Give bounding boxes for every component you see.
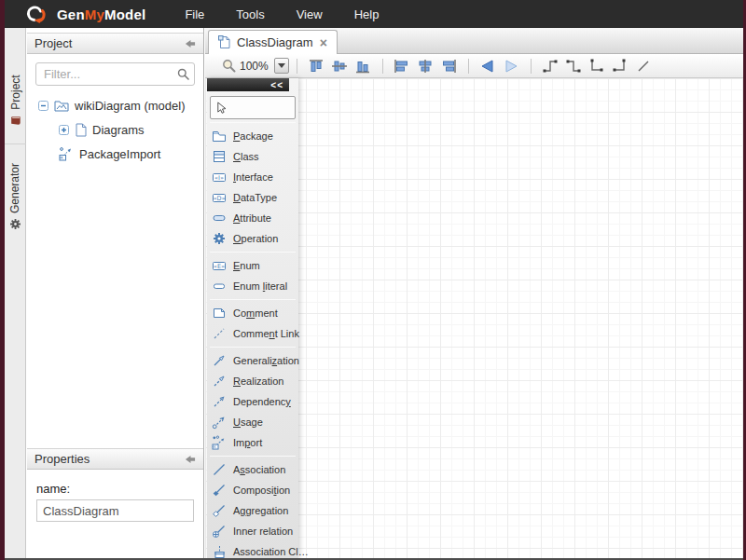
window-frame-left <box>0 0 5 560</box>
tab-title: ClassDiagram <box>237 35 313 49</box>
edge-style-corner-bl-button[interactable] <box>586 56 609 76</box>
cloud-logo-icon <box>26 6 50 23</box>
palette-collapse-button[interactable]: << <box>270 80 283 90</box>
dock-arrow-icon[interactable] <box>185 39 196 48</box>
palette-separator <box>210 252 296 253</box>
edge-style-step-down-button[interactable] <box>562 56 586 76</box>
palette-item-comment-link[interactable]: Comment Link <box>207 323 298 344</box>
filter-box <box>35 62 195 86</box>
palette-item-label: Comment <box>233 307 278 319</box>
palette-item-label: Comment Link <box>233 328 299 339</box>
app-header: GenMyModel File Tools View Help <box>0 0 746 28</box>
tree-row-packageimport[interactable]: PackageImport <box>27 142 203 166</box>
align-center-icon <box>416 58 435 75</box>
sidebar-tab-project[interactable]: Project <box>5 58 26 143</box>
palette-separator <box>210 347 296 348</box>
filter-input[interactable] <box>35 62 195 86</box>
align-left-icon <box>393 58 411 75</box>
edge-style-step-up-button[interactable] <box>539 56 562 76</box>
palette-item-association[interactable]: Association <box>207 459 298 480</box>
palette-item-realization[interactable]: Realization <box>207 371 298 391</box>
dock-arrow-icon[interactable] <box>185 455 196 464</box>
expand-expander-icon[interactable] <box>59 125 69 135</box>
edge-straight-icon <box>635 58 652 75</box>
palette-item-comment[interactable]: Comment <box>207 303 298 323</box>
edge-step-down-icon <box>565 58 582 75</box>
palette-item-usage[interactable]: Usage <box>207 412 298 432</box>
sidebar-tab-generator[interactable]: Generator <box>5 143 26 248</box>
palette-header: << <box>207 78 289 91</box>
palette-item-label: Association Cl… <box>233 546 309 557</box>
editor-area: ClassDiagram × 100% <box>205 28 743 558</box>
app-title: GenMyModel <box>57 7 145 22</box>
palette-item-class[interactable]: Class <box>207 146 298 167</box>
align-right-icon <box>439 58 458 75</box>
palette-item-dependency[interactable]: Dependency <box>207 391 298 412</box>
palette-item-interface[interactable]: «I» Interface <box>207 167 298 187</box>
palette-item-generalization[interactable]: Generalization <box>207 350 298 371</box>
align-top-button[interactable] <box>305 56 328 76</box>
properties-panel: Properties name: <box>27 448 203 522</box>
edge-style-corner-br-button[interactable] <box>609 56 632 76</box>
menu-view[interactable]: View <box>297 7 323 21</box>
palette-item-label: Class <box>233 151 259 162</box>
svg-text:«D»: «D» <box>214 195 226 202</box>
palette-item-enum-literal[interactable]: Enum literal <box>207 276 298 296</box>
tree-label[interactable]: wikiDiagram (model) <box>75 99 185 113</box>
align-center-button[interactable] <box>414 56 437 76</box>
properties-panel-title: Properties <box>35 452 90 466</box>
project-tree: wikiDiagram (model) Diagrams Package <box>27 93 203 166</box>
align-bottom-button[interactable] <box>352 56 375 76</box>
tree-label[interactable]: Diagrams <box>92 123 145 137</box>
tree-row-model[interactable]: wikiDiagram (model) <box>27 93 203 117</box>
toolbar-separator <box>531 59 532 74</box>
flip-right-button[interactable] <box>500 56 523 76</box>
side-tabstrip: Project Generator <box>5 28 26 560</box>
align-right-button[interactable] <box>437 56 461 76</box>
editor-tabbar: ClassDiagram × <box>205 28 743 54</box>
tab-classdiagram[interactable]: ClassDiagram × <box>208 30 338 54</box>
palette-item-import[interactable]: Import <box>207 432 298 453</box>
association-icon <box>212 462 227 477</box>
palette-item-datatype[interactable]: «D» DataType <box>207 187 298 208</box>
generalization-icon <box>212 353 227 368</box>
palette-item-package[interactable]: Package <box>207 126 298 146</box>
svg-text:«I»: «I» <box>214 174 224 182</box>
menu-help[interactable]: Help <box>354 7 380 21</box>
align-left-button[interactable] <box>391 56 414 76</box>
flip-right-icon <box>502 58 520 75</box>
edge-style-straight-button[interactable] <box>632 56 656 76</box>
usage-icon <box>212 415 227 430</box>
palette-item-aggregation[interactable]: Aggregation <box>207 500 298 521</box>
pointer-tool-button[interactable] <box>210 96 296 119</box>
name-field-input[interactable] <box>36 499 194 522</box>
palette-item-inner-relation[interactable]: Inner relation <box>207 521 298 541</box>
diagram-page-icon <box>218 35 230 49</box>
inner-relation-icon <box>212 524 227 539</box>
tree-row-diagrams[interactable]: Diagrams <box>27 117 203 142</box>
toolbar-separator <box>297 59 297 74</box>
align-middle-button[interactable] <box>328 56 352 76</box>
palette-item-association-class[interactable]: Association Cl… <box>207 541 298 560</box>
enum-literal-icon <box>212 279 227 294</box>
chevron-down-icon <box>278 63 285 68</box>
palette-item-enum[interactable]: «E» Enum <box>207 255 298 276</box>
palette-item-label: Enum <box>233 260 260 271</box>
zoom-dropdown-button[interactable] <box>274 58 289 74</box>
sidebar-tab-generator-label: Generator <box>9 162 22 212</box>
composition-icon <box>212 483 227 498</box>
edge-corner-bl-icon <box>588 58 605 75</box>
menu-tools[interactable]: Tools <box>236 7 264 21</box>
flip-left-button[interactable] <box>477 56 500 76</box>
svg-text:«E»: «E» <box>214 263 225 270</box>
tab-close-icon[interactable]: × <box>320 36 327 49</box>
palette-item-composition[interactable]: Composition <box>207 480 298 500</box>
tree-label[interactable]: PackageImport <box>79 147 160 161</box>
collapse-expander-icon[interactable] <box>38 101 48 111</box>
palette-item-operation[interactable]: Operation <box>207 228 298 249</box>
menu-file[interactable]: File <box>185 7 204 21</box>
align-middle-icon <box>330 58 349 75</box>
sidebar-tab-project-label: Project <box>9 75 22 109</box>
book-icon <box>9 115 21 127</box>
palette-item-attribute[interactable]: Attribute <box>207 208 298 228</box>
